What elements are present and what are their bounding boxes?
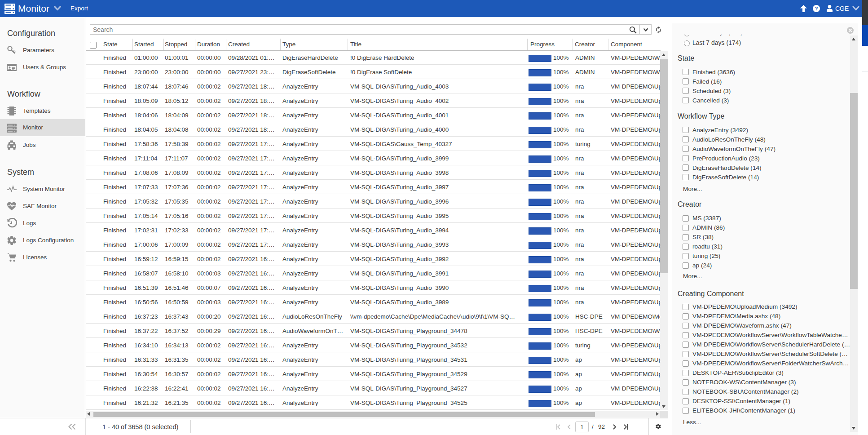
svg-text:?: ? bbox=[815, 6, 818, 11]
